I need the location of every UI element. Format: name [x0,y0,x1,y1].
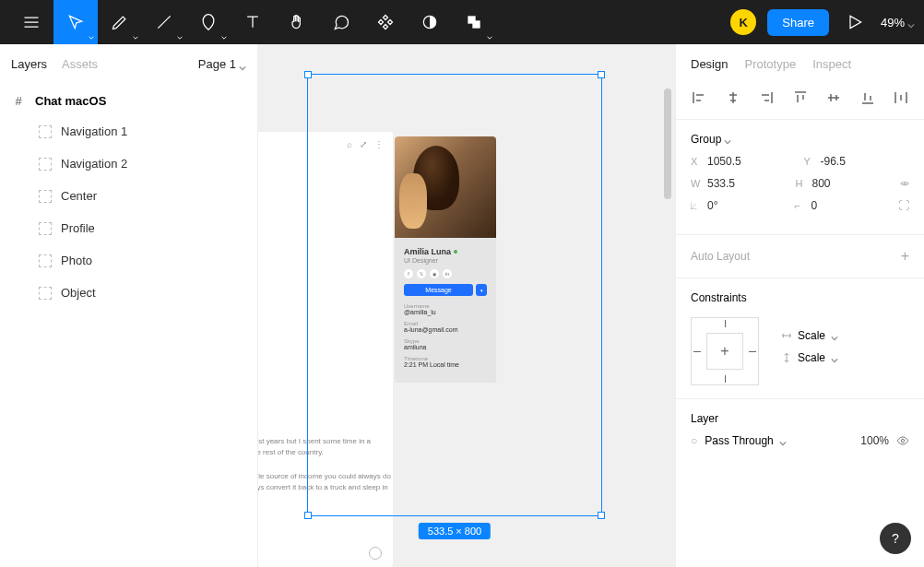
align-top-icon[interactable] [792,89,809,106]
page-selector[interactable]: Page 1 [198,57,246,71]
w-label: W [691,178,702,189]
tab-design[interactable]: Design [691,57,728,71]
tab-inspect[interactable]: Inspect [812,57,851,71]
svg-point-3 [901,439,905,443]
align-vcenter-icon[interactable] [825,89,842,106]
frame-icon [39,222,52,235]
dimension-badge: 533.5 × 800 [419,523,491,539]
frame-icon [39,125,52,138]
radius-icon: ⌐ [795,200,806,211]
tab-assets[interactable]: Assets [62,57,98,71]
layer-label: Center [61,189,97,203]
y-label: Y [804,156,815,167]
y-input[interactable]: -96.5 [821,155,846,168]
h-label: H [796,178,807,189]
resize-handle[interactable] [598,71,605,78]
layer-item[interactable]: Center [0,180,257,212]
canvas[interactable]: ⌕ ⤢ ⋮ last years but I spent some time i… [258,44,675,567]
resize-handle[interactable] [598,512,605,519]
distribute-icon[interactable] [893,89,909,106]
layer-label: Object [61,286,96,300]
constraints-label: Constraints [691,291,747,304]
component-tool[interactable] [363,0,408,44]
frame-icon [39,287,52,300]
x-input[interactable]: 1050.5 [707,155,741,168]
layer-label: Navigation 2 [61,157,127,171]
opacity-input[interactable]: 100% [860,434,889,447]
blend-value: Pass Through [705,434,774,447]
layer-label: Profile [61,221,95,235]
emoji-icon [369,547,382,560]
layer-label: Photo [61,254,92,267]
mask-tool[interactable] [408,0,452,44]
page-label: Page 1 [198,57,236,71]
tab-prototype[interactable]: Prototype [744,57,796,71]
scrollbar[interactable] [664,89,671,199]
selection-box[interactable]: 533.5 × 800 [307,74,602,516]
align-hcenter-icon[interactable] [725,89,741,106]
present-button[interactable] [840,0,870,44]
corners-icon[interactable]: ⛶ [898,199,909,212]
zoom-value: 49% [881,16,905,30]
align-right-icon[interactable] [758,89,775,106]
group-selector[interactable]: Group [691,133,909,146]
resize-handle[interactable] [304,512,312,519]
vector-tool[interactable] [186,0,231,44]
frame-icon [39,254,52,267]
constraint-v-select[interactable]: Scale [781,351,838,364]
frame-icon [39,190,52,203]
rotation-input[interactable]: 0° [707,199,717,212]
group-label: Group [691,133,721,146]
layer-label: Navigation 1 [61,124,127,138]
pen-tool[interactable] [98,0,142,44]
comment-tool[interactable] [319,0,363,44]
svg-rect-2 [472,20,480,28]
layer-root-label: Chat macOS [35,94,106,108]
constraint-h-value: Scale [798,329,825,342]
boolean-tool[interactable] [452,0,496,44]
layer-item[interactable]: Navigation 1 [0,115,257,148]
w-input[interactable]: 533.5 [707,177,735,190]
align-left-icon[interactable] [691,89,707,106]
text-tool[interactable] [231,0,275,44]
h-input[interactable]: 800 [812,177,831,190]
angle-icon: ⟀ [691,200,702,211]
blend-mode-select[interactable]: Pass Through [705,434,787,447]
radius-input[interactable]: 0 [811,199,818,212]
layer-root[interactable]: # Chat macOS [0,86,257,115]
constraint-v-value: Scale [798,351,825,364]
frame-icon: # [11,93,26,108]
blend-icon: ○ [691,434,697,447]
resize-handle[interactable] [304,71,312,78]
link-icon[interactable]: ⤄ [900,177,909,190]
help-button[interactable]: ? [880,523,911,554]
constraint-h-select[interactable]: Scale [781,329,838,342]
add-autolayout-button[interactable]: + [901,248,909,265]
layer-section-label: Layer [691,412,718,425]
layer-item[interactable]: Navigation 2 [0,148,257,180]
frame-icon [39,158,52,171]
zoom-select[interactable]: 49% [881,16,915,30]
constraint-widget[interactable]: + [691,317,759,385]
layer-item[interactable]: Object [0,277,257,309]
hamburger-menu[interactable] [9,0,53,44]
line-tool[interactable] [142,0,186,44]
share-button[interactable]: Share [767,9,829,36]
user-avatar[interactable]: K [730,9,756,35]
autolayout-label: Auto Layout [691,250,750,263]
hand-tool[interactable] [275,0,319,44]
x-label: X [691,156,702,167]
layer-item[interactable]: Profile [0,212,257,244]
move-tool[interactable] [53,0,98,44]
tab-layers[interactable]: Layers [11,57,47,71]
align-bottom-icon[interactable] [859,89,876,106]
layer-item[interactable]: Photo [0,244,257,277]
visibility-icon[interactable] [896,434,909,447]
